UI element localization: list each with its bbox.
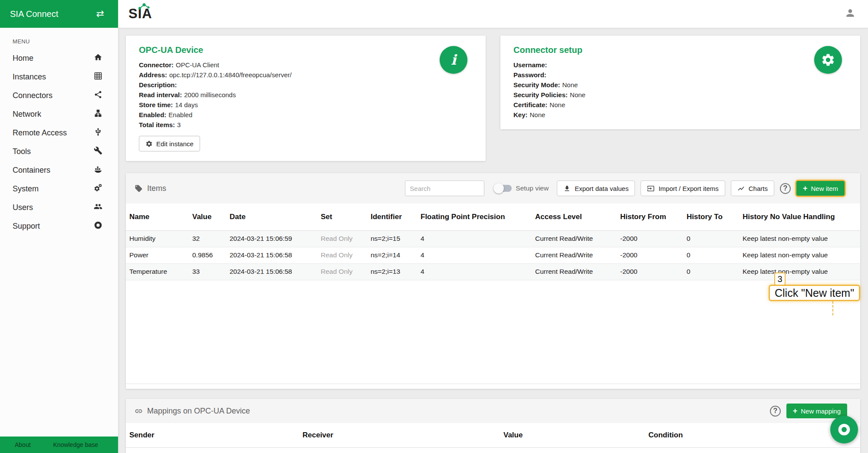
new-item-button[interactable]: + New item <box>796 181 845 196</box>
sidebar-item-remote-access[interactable]: Remote Access <box>0 124 118 142</box>
support-icon <box>94 221 102 232</box>
export-button-label: Export data values <box>575 185 628 192</box>
item-date-cell: 2024-03-21 15:06:58 <box>226 263 317 280</box>
device-info-badge[interactable]: i <box>440 46 467 74</box>
field-connector: Connector:OPC-UA Client <box>139 60 473 70</box>
device-card-title: OPC-UA Device <box>139 45 473 55</box>
field-read-interval: Read interval:2000 milliseconds <box>139 90 473 100</box>
item-date-cell: 2024-03-21 15:06:58 <box>226 247 317 263</box>
mappings-table-header-row: Sender Receiver Value Condition <box>126 423 860 447</box>
mappings-panel: Mappings on OPC-UA Device ? + New mappin… <box>126 399 860 453</box>
sidebar-item-users[interactable]: Users <box>0 198 118 217</box>
sidebar: SIA Connect ⇄ MENU Home Instances Connec… <box>0 0 118 453</box>
mappings-panel-title: Mappings on OPC-UA Device <box>147 407 250 416</box>
sidebar-item-system[interactable]: System <box>0 180 118 198</box>
col-name: Name <box>126 204 189 230</box>
import-export-button-label: Import / Export items <box>658 185 718 192</box>
field-username: Username: <box>513 60 847 70</box>
mappings-panel-controls: ? + New mapping <box>770 404 847 418</box>
setup-view-label: Setup view <box>516 184 549 192</box>
sidebar-item-connectors[interactable]: Connectors <box>0 86 118 105</box>
sidebar-item-label: Support <box>13 222 40 231</box>
sidebar-item-label: Remote Access <box>13 128 67 138</box>
item-name-cell: Power <box>126 247 189 263</box>
table-row[interactable]: Power 0.9856 2024-03-21 15:06:58 Read On… <box>126 247 860 263</box>
support-chat-button[interactable] <box>830 416 858 443</box>
connector-settings-badge[interactable] <box>814 46 842 74</box>
network-icon <box>94 109 102 120</box>
toggle-knob <box>493 183 504 194</box>
setup-view-toggle[interactable] <box>494 185 512 192</box>
item-set-cell: Read Only <box>317 263 367 280</box>
instances-icon <box>94 72 102 82</box>
col-value: Value <box>189 204 226 230</box>
users-icon <box>94 202 102 213</box>
collapse-sidebar-icon[interactable]: ⇄ <box>96 8 104 20</box>
field-security-policies: Security Policies:None <box>513 90 847 100</box>
sidebar-item-support[interactable]: Support <box>0 217 118 236</box>
items-table-header-row: Name Value Date Set Identifier Floating … <box>126 204 860 230</box>
items-help-icon[interactable]: ? <box>780 183 791 194</box>
device-card: OPC-UA Device Connector:OPC-UA Client Ad… <box>126 36 486 161</box>
table-row[interactable]: Humidity 32 2024-03-21 15:06:59 Read Onl… <box>126 230 860 247</box>
tag-icon <box>135 184 143 193</box>
item-date-cell: 2024-03-21 15:06:59 <box>226 230 317 247</box>
sidebar-item-home[interactable]: Home <box>0 49 118 68</box>
item-history-from-cell: -2000 <box>617 263 683 280</box>
life-ring-icon <box>837 423 851 437</box>
export-data-values-button[interactable]: Export data values <box>557 181 635 196</box>
col-sender: Sender <box>126 423 299 447</box>
import-export-items-button[interactable]: Import / Export items <box>641 181 725 196</box>
sidebar-item-label: Connectors <box>13 91 53 100</box>
item-history-from-cell: -2000 <box>617 247 683 263</box>
item-access-cell: Current Read/Write <box>532 230 617 247</box>
home-icon <box>94 53 102 64</box>
mappings-panel-header: Mappings on OPC-UA Device ? + New mappin… <box>126 399 860 423</box>
item-history-to-cell: 0 <box>683 263 739 280</box>
sidebar-item-label: Network <box>13 110 41 119</box>
user-menu-icon[interactable] <box>845 7 856 20</box>
info-icon: i <box>451 53 456 67</box>
logo-network-icon <box>137 3 150 10</box>
edit-instance-button[interactable]: Edit instance <box>139 136 200 151</box>
item-handling-cell: Keep latest non-empty value <box>739 263 860 280</box>
chart-icon <box>737 185 745 192</box>
col-receiver: Receiver <box>299 423 500 447</box>
sidebar-item-tools[interactable]: Tools <box>0 142 118 161</box>
content-area: OPC-UA Device Connector:OPC-UA Client Ad… <box>118 28 868 453</box>
sidebar-item-label: Containers <box>13 166 50 175</box>
item-access-cell: Current Read/Write <box>532 263 617 280</box>
items-table: Name Value Date Set Identifier Floating … <box>126 204 860 280</box>
sidebar-item-label: Home <box>13 54 33 63</box>
sidebar-item-label: Instances <box>13 72 46 82</box>
search-input[interactable] <box>405 181 484 196</box>
gear-icon <box>821 53 835 67</box>
field-enabled: Enabled:Enabled <box>139 110 473 120</box>
remote-access-icon <box>94 128 102 138</box>
topbar: SIA <box>118 0 868 28</box>
charts-button-label: Charts <box>749 185 768 192</box>
link-icon <box>135 407 143 415</box>
knowledge-base-link[interactable]: Knowledge base <box>53 441 98 448</box>
item-identifier-cell: ns=2;i=14 <box>367 247 417 263</box>
about-link[interactable]: About <box>15 441 31 448</box>
connector-setup-card: Connector setup Username: Password: Secu… <box>500 36 860 129</box>
mappings-help-icon[interactable]: ? <box>770 406 781 417</box>
sidebar-item-instances[interactable]: Instances <box>0 68 118 86</box>
field-certificate: Certificate:None <box>513 100 847 110</box>
items-title-group: Items <box>135 184 166 193</box>
col-history-handling: History No Value Handling <box>739 204 860 230</box>
item-value-cell: 33 <box>189 263 226 280</box>
sidebar-header: SIA Connect ⇄ <box>0 0 118 28</box>
new-item-button-label: New item <box>811 185 838 192</box>
charts-button[interactable]: Charts <box>731 181 774 196</box>
new-mapping-button[interactable]: + New mapping <box>786 404 847 418</box>
sidebar-item-containers[interactable]: Containers <box>0 161 118 180</box>
item-identifier-cell: ns=2;i=13 <box>367 263 417 280</box>
field-security-mode: Security Mode:None <box>513 80 847 90</box>
table-row[interactable]: Temperature 33 2024-03-21 15:06:58 Read … <box>126 263 860 280</box>
item-history-to-cell: 0 <box>683 247 739 263</box>
setup-view-toggle-group: Setup view <box>494 184 549 192</box>
sidebar-item-network[interactable]: Network <box>0 105 118 124</box>
sia-logo: SIA <box>128 6 152 22</box>
